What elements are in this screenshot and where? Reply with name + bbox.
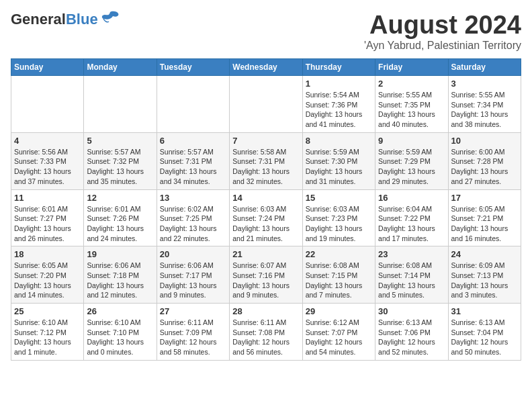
calendar-cell xyxy=(230,76,302,133)
calendar-cell: 13Sunrise: 6:02 AM Sunset: 7:25 PM Dayli… xyxy=(157,189,229,246)
calendar-cell xyxy=(11,76,84,133)
day-info: Sunrise: 5:57 AM Sunset: 7:32 PM Dayligh… xyxy=(87,147,153,187)
day-number: 12 xyxy=(87,193,153,203)
calendar-week-row: 11Sunrise: 6:01 AM Sunset: 7:27 PM Dayli… xyxy=(11,189,521,246)
calendar-cell xyxy=(84,76,157,133)
day-info: Sunrise: 6:11 AM Sunset: 7:08 PM Dayligh… xyxy=(232,318,299,357)
calendar-cell: 14Sunrise: 6:03 AM Sunset: 7:24 PM Dayli… xyxy=(230,189,302,246)
day-info: Sunrise: 5:58 AM Sunset: 7:31 PM Dayligh… xyxy=(232,147,299,187)
month-year-title: August 2024 xyxy=(364,11,521,40)
day-number: 23 xyxy=(378,249,445,259)
weekday-header-sunday: Sunday xyxy=(11,59,84,76)
day-info: Sunrise: 6:03 AM Sunset: 7:23 PM Dayligh… xyxy=(306,204,372,244)
calendar-week-row: 18Sunrise: 6:05 AM Sunset: 7:20 PM Dayli… xyxy=(11,246,521,304)
day-number: 5 xyxy=(87,136,153,146)
weekday-header-friday: Friday xyxy=(375,59,448,76)
day-number: 3 xyxy=(451,79,518,89)
calendar-cell: 12Sunrise: 6:01 AM Sunset: 7:26 PM Dayli… xyxy=(84,189,157,246)
logo-bird-icon xyxy=(101,11,120,24)
calendar-cell: 26Sunrise: 6:10 AM Sunset: 7:10 PM Dayli… xyxy=(84,304,157,361)
day-number: 17 xyxy=(451,193,518,203)
day-number: 10 xyxy=(451,136,518,146)
day-info: Sunrise: 6:08 AM Sunset: 7:15 PM Dayligh… xyxy=(306,261,372,300)
weekday-header-tuesday: Tuesday xyxy=(157,59,229,76)
day-info: Sunrise: 6:07 AM Sunset: 7:16 PM Dayligh… xyxy=(232,261,299,300)
day-info: Sunrise: 6:09 AM Sunset: 7:13 PM Dayligh… xyxy=(451,261,518,300)
location-subtitle: 'Ayn Yabrud, Palestinian Territory xyxy=(364,40,521,52)
logo-general-text: General xyxy=(11,11,66,28)
day-info: Sunrise: 6:05 AM Sunset: 7:20 PM Dayligh… xyxy=(14,261,81,300)
calendar-cell: 5Sunrise: 5:57 AM Sunset: 7:32 PM Daylig… xyxy=(84,132,157,189)
weekday-header-monday: Monday xyxy=(84,59,157,76)
calendar-cell: 2Sunrise: 5:55 AM Sunset: 7:35 PM Daylig… xyxy=(375,76,448,133)
calendar-cell: 9Sunrise: 5:59 AM Sunset: 7:29 PM Daylig… xyxy=(375,132,448,189)
calendar-cell: 27Sunrise: 6:11 AM Sunset: 7:09 PM Dayli… xyxy=(157,304,229,361)
day-info: Sunrise: 6:13 AM Sunset: 7:04 PM Dayligh… xyxy=(451,318,518,357)
day-number: 16 xyxy=(378,193,445,203)
day-number: 14 xyxy=(232,193,299,203)
day-info: Sunrise: 6:04 AM Sunset: 7:22 PM Dayligh… xyxy=(378,204,445,244)
day-info: Sunrise: 5:55 AM Sunset: 7:34 PM Dayligh… xyxy=(451,90,518,130)
calendar-week-row: 25Sunrise: 6:10 AM Sunset: 7:12 PM Dayli… xyxy=(11,304,521,361)
day-number: 21 xyxy=(232,249,299,259)
day-info: Sunrise: 5:59 AM Sunset: 7:29 PM Dayligh… xyxy=(378,147,445,187)
day-number: 22 xyxy=(306,249,372,259)
day-info: Sunrise: 6:00 AM Sunset: 7:28 PM Dayligh… xyxy=(451,147,518,187)
day-number: 1 xyxy=(306,79,372,89)
calendar-week-row: 4Sunrise: 5:56 AM Sunset: 7:33 PM Daylig… xyxy=(11,132,521,189)
calendar-cell: 24Sunrise: 6:09 AM Sunset: 7:13 PM Dayli… xyxy=(448,246,521,304)
calendar-cell: 3Sunrise: 5:55 AM Sunset: 7:34 PM Daylig… xyxy=(448,76,521,133)
day-info: Sunrise: 6:12 AM Sunset: 7:07 PM Dayligh… xyxy=(306,318,372,357)
logo-blue-text: Blue xyxy=(66,11,98,28)
day-number: 31 xyxy=(451,306,518,316)
day-number: 6 xyxy=(160,136,226,146)
calendar-cell: 4Sunrise: 5:56 AM Sunset: 7:33 PM Daylig… xyxy=(11,132,84,189)
day-info: Sunrise: 6:03 AM Sunset: 7:24 PM Dayligh… xyxy=(232,204,299,244)
day-info: Sunrise: 5:59 AM Sunset: 7:30 PM Dayligh… xyxy=(306,147,372,187)
weekday-header-saturday: Saturday xyxy=(448,59,521,76)
day-info: Sunrise: 6:10 AM Sunset: 7:10 PM Dayligh… xyxy=(87,318,153,357)
calendar-cell: 10Sunrise: 6:00 AM Sunset: 7:28 PM Dayli… xyxy=(448,132,521,189)
day-number: 27 xyxy=(160,306,226,316)
calendar-cell: 17Sunrise: 6:05 AM Sunset: 7:21 PM Dayli… xyxy=(448,189,521,246)
page-header: General Blue August 2024 'Ayn Yabrud, Pa… xyxy=(11,11,521,52)
day-number: 25 xyxy=(14,306,81,316)
day-info: Sunrise: 6:08 AM Sunset: 7:14 PM Dayligh… xyxy=(378,261,445,300)
day-info: Sunrise: 6:06 AM Sunset: 7:18 PM Dayligh… xyxy=(87,261,153,300)
day-number: 8 xyxy=(306,136,372,146)
day-number: 19 xyxy=(87,249,153,259)
day-number: 15 xyxy=(306,193,372,203)
day-info: Sunrise: 6:01 AM Sunset: 7:26 PM Dayligh… xyxy=(87,204,153,244)
day-number: 18 xyxy=(14,249,81,259)
calendar-cell xyxy=(157,76,229,133)
calendar-cell: 29Sunrise: 6:12 AM Sunset: 7:07 PM Dayli… xyxy=(302,304,375,361)
calendar-cell: 1Sunrise: 5:54 AM Sunset: 7:36 PM Daylig… xyxy=(302,76,375,133)
day-number: 11 xyxy=(14,193,81,203)
day-info: Sunrise: 6:06 AM Sunset: 7:17 PM Dayligh… xyxy=(160,261,226,300)
day-number: 7 xyxy=(232,136,299,146)
day-info: Sunrise: 6:10 AM Sunset: 7:12 PM Dayligh… xyxy=(14,318,81,357)
calendar-table: SundayMondayTuesdayWednesdayThursdayFrid… xyxy=(11,58,521,361)
day-number: 13 xyxy=(160,193,226,203)
day-number: 24 xyxy=(451,249,518,259)
day-info: Sunrise: 5:57 AM Sunset: 7:31 PM Dayligh… xyxy=(160,147,226,187)
day-number: 2 xyxy=(378,79,445,89)
day-number: 29 xyxy=(306,306,372,316)
weekday-header-wednesday: Wednesday xyxy=(230,59,302,76)
day-number: 28 xyxy=(232,306,299,316)
calendar-cell: 25Sunrise: 6:10 AM Sunset: 7:12 PM Dayli… xyxy=(11,304,84,361)
day-info: Sunrise: 6:13 AM Sunset: 7:06 PM Dayligh… xyxy=(378,318,445,357)
calendar-cell: 22Sunrise: 6:08 AM Sunset: 7:15 PM Dayli… xyxy=(302,246,375,304)
day-info: Sunrise: 6:01 AM Sunset: 7:27 PM Dayligh… xyxy=(14,204,81,244)
calendar-cell: 11Sunrise: 6:01 AM Sunset: 7:27 PM Dayli… xyxy=(11,189,84,246)
day-info: Sunrise: 6:11 AM Sunset: 7:09 PM Dayligh… xyxy=(160,318,226,357)
calendar-week-row: 1Sunrise: 5:54 AM Sunset: 7:36 PM Daylig… xyxy=(11,76,521,133)
calendar-cell: 18Sunrise: 6:05 AM Sunset: 7:20 PM Dayli… xyxy=(11,246,84,304)
day-info: Sunrise: 5:55 AM Sunset: 7:35 PM Dayligh… xyxy=(378,90,445,130)
logo: General Blue xyxy=(11,11,120,28)
calendar-cell: 8Sunrise: 5:59 AM Sunset: 7:30 PM Daylig… xyxy=(302,132,375,189)
calendar-cell: 15Sunrise: 6:03 AM Sunset: 7:23 PM Dayli… xyxy=(302,189,375,246)
calendar-cell: 20Sunrise: 6:06 AM Sunset: 7:17 PM Dayli… xyxy=(157,246,229,304)
day-number: 26 xyxy=(87,306,153,316)
calendar-cell: 6Sunrise: 5:57 AM Sunset: 7:31 PM Daylig… xyxy=(157,132,229,189)
